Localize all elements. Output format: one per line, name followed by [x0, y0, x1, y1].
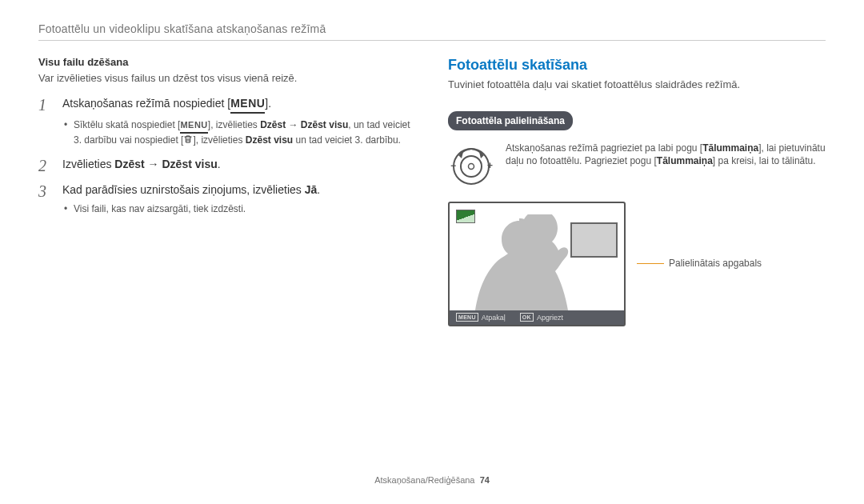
t: Tālummaiņa	[657, 155, 713, 166]
zoom-instruction: Atskaņošanas režīmā pagrieziet pa labi p…	[506, 142, 826, 167]
menu-icon: MENU	[230, 96, 265, 114]
footer-section: Atskaņošana/Rediģēšana	[374, 475, 474, 485]
step1-main: Atskaņošanas režīmā nospiediet [MENU].	[62, 97, 271, 110]
callout-line	[637, 263, 664, 264]
t: Dzēst visu	[301, 119, 348, 130]
svg-text:−: −	[450, 160, 456, 171]
t: ] pa kreisi, lai to tālinātu.	[713, 155, 816, 166]
lcd-back-label: Atpakaļ	[482, 313, 506, 322]
right-column: Fotoattēlu skatīšana Tuviniet fotoattēla…	[448, 55, 826, 326]
step-3: 3 Kad parādīsies uznirstošais ziņojums, …	[38, 182, 416, 217]
t: ], izvēlieties	[193, 134, 245, 146]
step-number: 3	[38, 182, 53, 217]
svg-point-2	[469, 164, 474, 170]
svg-point-1	[461, 156, 482, 177]
t: Sīktēlu skatā nospiediet [	[74, 119, 180, 130]
t: .	[218, 158, 221, 170]
lcd-bottom-bar: MENU Atpakaļ OK Apgriezt	[450, 310, 624, 325]
svg-text:+: +	[487, 160, 493, 171]
silhouette-icon	[467, 214, 571, 310]
step1-pre: Atskaņošanas režīmā nospiediet [	[62, 97, 230, 110]
ok-label-icon: OK	[520, 313, 534, 322]
step-1: 1 Atskaņošanas režīmā nospiediet [MENU].…	[38, 96, 416, 149]
step-number: 2	[38, 157, 53, 174]
left-column: Visu failu dzēšana Var izvēlieties visus…	[38, 55, 416, 326]
lcd-preview: MENU Atpakaļ OK Apgriezt	[448, 202, 626, 326]
step3-bullet: Visi faili, kas nav aizsargāti, tiek izd…	[62, 202, 416, 215]
page-number: 74	[480, 475, 490, 485]
pill-heading: Fotoattēla palielināšana	[448, 111, 573, 130]
enlarged-area-box	[570, 222, 618, 258]
lcd-crop-button[interactable]: OK Apgriezt	[520, 313, 563, 322]
t: .	[317, 183, 320, 196]
step3-main: Kad parādīsies uznirstošais ziņojums, iz…	[62, 183, 320, 196]
svg-point-0	[454, 149, 489, 184]
step1-bullet: Sīktēlu skatā nospiediet [MENU], izvēlie…	[62, 118, 416, 147]
t: un tad veiciet 3. darbību.	[293, 134, 401, 146]
header-divider	[38, 40, 826, 41]
trash-icon	[183, 134, 193, 147]
t: Kad parādīsies uznirstošais ziņojums, iz…	[62, 183, 305, 196]
step1-post: ].	[265, 97, 271, 110]
zoom-dial-icon: − +	[448, 145, 494, 192]
callout: Palielinātais apgabals	[637, 257, 762, 270]
callout-label: Palielinātais apgabals	[669, 257, 762, 270]
right-heading: Fotoattēlu skatīšana	[448, 55, 826, 74]
left-heading: Visu failu dzēšana	[38, 55, 416, 70]
t: ], izvēlieties	[208, 119, 260, 130]
t: Dzēst visu	[162, 158, 218, 170]
menu-icon: MENU	[180, 119, 207, 134]
t: Atskaņošanas režīmā pagrieziet pa labi p…	[506, 142, 702, 154]
step-2: 2 Izvēlieties Dzēst → Dzēst visu.	[38, 157, 416, 174]
t: Jā	[305, 183, 318, 196]
step-number: 1	[38, 96, 53, 149]
t: Tālummaiņa	[702, 142, 758, 154]
t: Dzēst visu	[246, 134, 293, 146]
left-intro: Var izvēlieties visus failus un dzēst to…	[38, 71, 416, 86]
lcd-crop-label: Apgriezt	[537, 313, 563, 322]
step-list: 1 Atskaņošanas režīmā nospiediet [MENU].…	[38, 96, 416, 217]
step2-main: Izvēlieties Dzēst → Dzēst visu.	[62, 158, 221, 170]
t: →	[145, 158, 162, 170]
page-footer: Atskaņošana/Rediģēšana 74	[0, 475, 864, 485]
menu-label-icon: MENU	[456, 313, 478, 322]
lcd-back-button[interactable]: MENU Atpakaļ	[456, 313, 506, 322]
right-intro: Tuviniet fotoattēla daļu vai skatiet fot…	[448, 78, 826, 92]
t: Dzēst	[114, 158, 144, 170]
t: Izvēlieties	[62, 158, 114, 170]
t: →	[286, 119, 301, 130]
t: Dzēst	[260, 119, 286, 130]
page-breadcrumb: Fotoattēlu un videoklipu skatīšana atska…	[38, 22, 826, 35]
